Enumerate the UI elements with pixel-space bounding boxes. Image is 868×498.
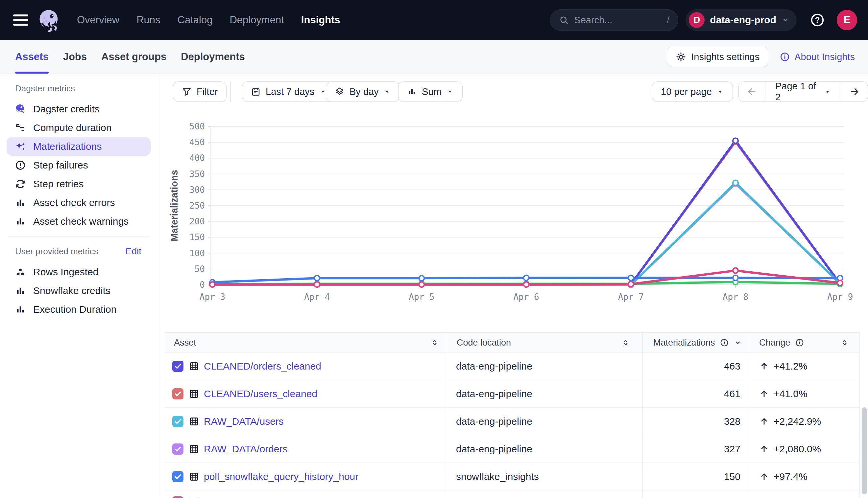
top-nav: OverviewRunsCatalogDeploymentInsights Se… bbox=[0, 0, 868, 40]
series-checkbox[interactable] bbox=[172, 388, 183, 399]
table-asset-icon bbox=[189, 361, 199, 371]
main-content: Filter Last 7 days By day bbox=[158, 74, 868, 498]
series-checkbox[interactable] bbox=[172, 444, 183, 455]
svg-text:350: 350 bbox=[189, 169, 205, 179]
hamburger-menu-icon[interactable] bbox=[13, 14, 28, 26]
sidebar-section-title: User provided metrics bbox=[15, 246, 98, 257]
octopus-icon bbox=[15, 104, 26, 115]
sidebar-item-dagster-credits[interactable]: Dagster credits bbox=[7, 100, 151, 118]
info-icon bbox=[780, 52, 790, 62]
arrow-up-icon bbox=[759, 444, 769, 454]
deployment-switcher[interactable]: D data-eng-prod bbox=[686, 9, 797, 31]
sidebar-item-execution-duration[interactable]: Execution Duration bbox=[7, 300, 151, 319]
page-indicator[interactable]: Page 1 of 2 bbox=[765, 82, 841, 102]
svg-text:250: 250 bbox=[189, 201, 205, 211]
change-cell bbox=[749, 490, 859, 498]
search-placeholder: Search... bbox=[574, 15, 667, 26]
change-cell: +41.2% bbox=[749, 353, 860, 380]
table-row: RAW_DATA/ordersdata-eng-pipeline327+2,08… bbox=[165, 435, 859, 463]
about-insights-link[interactable]: About Insights bbox=[780, 52, 855, 62]
prev-page-button[interactable] bbox=[739, 82, 765, 102]
nav-insights[interactable]: Insights bbox=[301, 14, 340, 26]
change-cell: +41.0% bbox=[749, 380, 860, 408]
asset-link[interactable]: RAW_DATA/orders bbox=[204, 444, 288, 455]
sidebar-item-asset-check-errors[interactable]: Asset check errors bbox=[7, 193, 151, 212]
aggregation-label: Sum bbox=[422, 87, 442, 97]
asset-link[interactable]: RAW_DATA/users bbox=[204, 416, 284, 427]
sidebar-item-materializations[interactable]: Materializations bbox=[7, 137, 151, 156]
dagster-logo-icon[interactable] bbox=[37, 8, 62, 32]
chart-toolbar: Filter Last 7 days By day bbox=[158, 81, 868, 102]
change-value: +2,080.0% bbox=[774, 444, 821, 455]
group-by-label: By day bbox=[349, 87, 379, 97]
table-scrollbar[interactable] bbox=[862, 407, 867, 494]
tab-asset-groups[interactable]: Asset groups bbox=[101, 40, 166, 74]
filter-button[interactable]: Filter bbox=[173, 81, 227, 102]
svg-text:Apr 8: Apr 8 bbox=[723, 292, 748, 302]
page-label: Page 1 of 2 bbox=[775, 81, 819, 102]
sidebar-item-snowflake-credits[interactable]: Snowflake credits bbox=[7, 281, 151, 300]
sidebar-item-label: Dagster credits bbox=[33, 104, 100, 115]
tab-deployments[interactable]: Deployments bbox=[181, 40, 245, 74]
sidebar-item-label: Materializations bbox=[33, 141, 102, 152]
next-page-button[interactable] bbox=[841, 82, 868, 102]
bars-icon bbox=[15, 304, 26, 315]
svg-text:50: 50 bbox=[195, 264, 205, 274]
per-page-button[interactable]: 10 per page bbox=[652, 81, 733, 102]
change-cell: +2,080.0% bbox=[749, 435, 860, 463]
column-label: Change bbox=[759, 338, 790, 348]
sidebar-item-compute-duration[interactable]: Compute duration bbox=[7, 118, 151, 137]
edit-metrics-link[interactable]: Edit bbox=[126, 246, 141, 257]
sidebar-item-step-retries[interactable]: Step retries bbox=[7, 174, 151, 193]
asset-link[interactable]: poll_snowflake_query_history_hour bbox=[204, 471, 358, 482]
sidebar-item-step-failures[interactable]: Step failures bbox=[7, 156, 151, 174]
code-location-cell: data-eng-pipeline bbox=[447, 380, 642, 408]
tab-jobs[interactable]: Jobs bbox=[63, 40, 87, 74]
user-avatar[interactable]: E bbox=[837, 10, 857, 30]
materializations-cell: 461 bbox=[642, 380, 749, 408]
sort-icon[interactable] bbox=[840, 338, 849, 348]
dots-icon bbox=[15, 266, 26, 278]
sort-icon[interactable] bbox=[430, 338, 439, 348]
nav-deployment[interactable]: Deployment bbox=[230, 14, 284, 26]
materializations-cell: 463 bbox=[642, 353, 749, 380]
nav-catalog[interactable]: Catalog bbox=[178, 14, 213, 26]
group-by-button[interactable]: By day bbox=[326, 81, 400, 102]
gear-icon bbox=[676, 52, 686, 62]
info-icon[interactable] bbox=[795, 338, 804, 347]
aggregation-button[interactable]: Sum bbox=[398, 81, 463, 102]
search-input[interactable]: Search... / bbox=[550, 9, 678, 31]
series-checkbox[interactable] bbox=[172, 496, 183, 498]
series-checkbox[interactable] bbox=[172, 416, 183, 427]
asset-link[interactable]: CLEANED/users_cleaned bbox=[204, 388, 317, 399]
nav-overview[interactable]: Overview bbox=[77, 14, 119, 26]
series-checkbox[interactable] bbox=[172, 471, 183, 482]
sidebar-item-asset-check-warnings[interactable]: Asset check warnings bbox=[7, 212, 151, 231]
arrow-up-icon bbox=[759, 417, 769, 427]
search-icon bbox=[559, 15, 569, 25]
tab-assets[interactable]: Assets bbox=[15, 40, 49, 74]
sort-icon[interactable] bbox=[622, 338, 630, 348]
filter-icon bbox=[182, 87, 192, 96]
svg-text:300: 300 bbox=[189, 185, 205, 195]
svg-text:Apr 4: Apr 4 bbox=[304, 292, 330, 302]
info-icon[interactable] bbox=[720, 338, 729, 347]
svg-text:400: 400 bbox=[189, 153, 205, 163]
chart-canvas[interactable]: 050100150200250300350400450500Apr 3Apr 4… bbox=[158, 117, 868, 314]
sidebar-item-rows-ingested[interactable]: Rows Ingested bbox=[7, 262, 151, 281]
arrow-right-icon bbox=[849, 87, 860, 97]
chevron-down-icon[interactable] bbox=[733, 338, 742, 347]
help-icon[interactable]: ? bbox=[810, 12, 825, 28]
deployment-badge: D bbox=[689, 12, 705, 28]
svg-text:150: 150 bbox=[189, 232, 205, 242]
date-range-button[interactable]: Last 7 days bbox=[242, 81, 335, 102]
layers-icon bbox=[335, 87, 345, 96]
nav-runs[interactable]: Runs bbox=[137, 14, 160, 26]
change-value: +41.0% bbox=[774, 388, 807, 399]
asset-cell: RAW_DATA/orders bbox=[165, 435, 447, 463]
series-checkbox[interactable] bbox=[172, 361, 183, 372]
insights-settings-button[interactable]: Insights settings bbox=[667, 47, 768, 67]
svg-text:?: ? bbox=[815, 15, 820, 24]
asset-link[interactable]: CLEANED/orders_cleaned bbox=[204, 361, 321, 372]
sidebar-item-label: Execution Duration bbox=[33, 304, 116, 315]
